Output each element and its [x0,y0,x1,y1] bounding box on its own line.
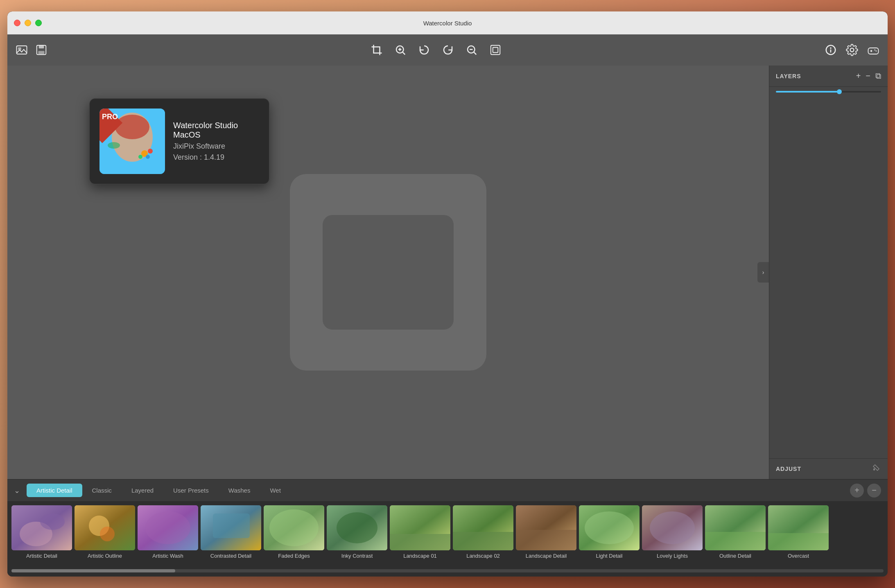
close-button[interactable] [14,20,20,26]
open-photo-icon[interactable] [16,44,28,56]
preset-label-artistic-detail: Artistic Detail [26,553,57,559]
svg-rect-12 [491,45,500,55]
remove-layer-button[interactable]: − [866,71,870,81]
preset-item-faded-edges[interactable]: Faded Edges [264,505,324,559]
about-dialog[interactable]: PRO [89,98,269,184]
tab-user-presets[interactable]: User Presets [163,484,219,497]
rotate-left-icon[interactable] [418,44,430,56]
tab-artistic-detail[interactable]: Artistic Detail [27,484,82,497]
preset-item-artistic-outline[interactable]: Artistic Outline [75,505,135,559]
rotate-right-icon[interactable] [442,44,454,56]
adjust-paint-icon[interactable] [872,464,881,474]
preset-item-artistic-wash[interactable]: Artistic Wash [138,505,198,559]
layer-slider-area [769,87,888,97]
preset-item-inky-contrast[interactable]: Inky Contrast [327,505,387,559]
layers-header: LAYERS + − ⧉ [769,66,888,87]
adjust-title: ADJUST [776,466,801,472]
collapse-presets-button[interactable]: ⌄ [14,486,20,495]
svg-point-36 [100,527,115,541]
about-app-version: Version : 1.4.19 [173,153,259,162]
preset-thumb-landscape-detail [516,505,576,550]
svg-rect-56 [705,532,766,550]
preset-thumb-artistic-outline [75,505,135,550]
svg-point-52 [585,511,634,544]
svg-point-27 [148,149,153,154]
minimize-button[interactable] [25,20,31,26]
layers-body [769,97,888,458]
preset-label-contrasted-detail: Contrasted Detail [210,553,251,559]
svg-rect-58 [768,533,829,550]
tab-layered[interactable]: Layered [122,484,163,497]
duplicate-layer-button[interactable]: ⧉ [875,71,881,81]
preset-item-light-detail[interactable]: Light Detail [579,505,640,559]
preset-item-lovely-lights[interactable]: Lovely Lights [642,505,703,559]
add-layer-button[interactable]: + [856,71,861,81]
scrollbar-track[interactable] [11,569,884,572]
fullscreen-button[interactable] [35,20,42,26]
svg-rect-50 [516,530,576,550]
preset-thumb-inky-contrast [327,505,387,550]
adjust-section: ADJUST [769,458,888,479]
canvas-placeholder [290,174,486,371]
toolbar-left [16,44,47,56]
svg-point-28 [146,155,150,159]
svg-point-44 [337,512,377,543]
preset-label-landscape-01: Landscape 01 [403,553,437,559]
tab-classic[interactable]: Classic [82,484,122,497]
svg-rect-0 [17,46,27,54]
layer-slider-fill [776,91,839,93]
layers-title: LAYERS [776,73,801,79]
scrollbar-area [7,567,888,577]
svg-rect-48 [453,532,513,550]
preset-thumb-faded-edges [264,505,324,550]
svg-rect-40 [213,513,250,538]
info-icon[interactable] [825,44,837,56]
preset-item-landscape-detail[interactable]: Landscape Detail [516,505,576,559]
preset-label-outline-detail: Outline Detail [719,553,751,559]
preset-thumb-artistic-detail [11,505,72,550]
save-icon[interactable] [35,44,47,56]
share-icon[interactable] [867,44,879,56]
svg-rect-4 [38,51,45,54]
tab-washes[interactable]: Washes [219,484,260,497]
svg-rect-13 [493,47,498,53]
preset-thumb-contrasted-detail [201,505,261,550]
add-preset-button[interactable]: + [850,484,864,498]
preset-thumb-outline-detail [705,505,766,550]
preset-item-landscape-01[interactable]: Landscape 01 [390,505,450,559]
svg-point-17 [850,48,854,52]
layer-slider[interactable] [776,91,881,93]
toolbar-center [371,44,502,56]
preset-label-faded-edges: Faded Edges [278,553,310,559]
svg-rect-18 [868,48,879,54]
about-app-info: Watercolor Studio MacOS JixiPix Software… [173,121,259,162]
svg-point-42 [269,509,319,546]
tab-wet[interactable]: Wet [260,484,290,497]
about-app-name: Watercolor Studio MacOS [173,121,259,140]
settings-icon[interactable] [846,44,858,56]
svg-point-54 [650,511,695,544]
paint-bucket-icon [872,464,881,473]
preset-thumb-artistic-wash [138,505,198,550]
about-app-icon: PRO [99,109,165,174]
preset-label-landscape-02: Landscape 02 [466,553,500,559]
svg-rect-3 [39,45,44,49]
preset-label-light-detail: Light Detail [596,553,622,559]
scrollbar-thumb[interactable] [11,569,175,572]
svg-point-33 [40,513,65,530]
preset-item-overcast[interactable]: Overcast [768,505,829,559]
panel-collapse-button[interactable]: › [757,262,769,283]
zoom-out-icon[interactable] [466,44,478,56]
preset-item-outline-detail[interactable]: Outline Detail [705,505,766,559]
crop-icon[interactable] [371,44,383,56]
svg-point-30 [108,142,120,149]
about-icon-inner: PRO [99,109,165,174]
fit-icon[interactable] [489,44,502,56]
zoom-in-icon[interactable] [394,44,407,56]
remove-preset-button[interactable]: − [867,484,881,498]
preset-item-artistic-detail[interactable]: Artistic Detail [11,505,72,559]
canvas-area[interactable]: PRO [7,66,769,479]
about-app-company: JixiPix Software [173,142,259,151]
preset-item-contrasted-detail[interactable]: Contrasted Detail [201,505,261,559]
preset-item-landscape-02[interactable]: Landscape 02 [453,505,513,559]
